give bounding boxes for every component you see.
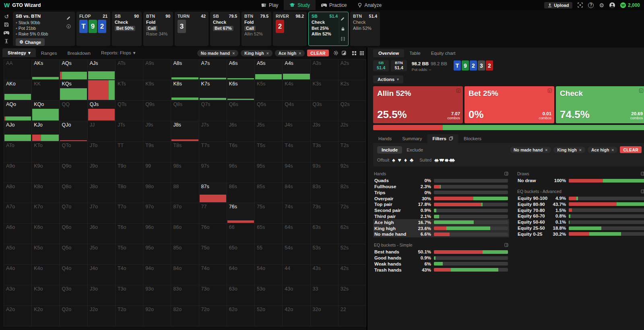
matrix-cell-J5o[interactable]: J5o [88,244,116,265]
matrix-cell-KTo[interactable]: KTo [32,142,60,162]
action-call[interactable]: Call [146,26,157,31]
suited-spade-icon[interactable]: ♠♠ [434,157,437,163]
matrix-cell-K5o[interactable]: K5o [32,244,60,265]
matrix-cell-KTs[interactable]: KTs [116,80,143,101]
matrix-cell-J8o[interactable]: J8o [88,183,116,203]
stat-row-overpair[interactable]: Overpair30% [373,195,509,201]
matrix-cell-83o[interactable]: 83o [171,285,199,306]
matrix-cell-64s[interactable]: 64s [283,224,310,244]
matrix-cell-K6s[interactable]: K6s [227,80,255,101]
action-bet-25[interactable]: Bet 25% [312,26,329,31]
matrix-cell-QTs[interactable]: QTs [116,101,143,121]
matrix-cell-ATs[interactable]: ATs [116,60,143,80]
action-panel-btn[interactable]: BTN51.4CheckAllin 52% [350,12,380,46]
suited-diamond-icon[interactable]: ♦♦ [445,157,447,163]
matrix-cell-74o[interactable]: 74o [199,265,227,285]
matrix-cell-AKs[interactable]: AKs [32,60,60,80]
matrix-cell-AJo[interactable]: AJo [4,121,32,142]
matrix-cell-43o[interactable]: 43o [283,285,310,306]
action-bet-50[interactable]: Bet 50% [115,26,135,31]
strategy-tab-reports-flops[interactable]: Reports: Flops▾ [96,48,141,57]
matrix-cell-75s[interactable]: 75s [255,203,283,224]
matrix-cell-J4o[interactable]: J4o [88,265,116,285]
matrix-cell-TT[interactable]: TT [116,142,143,162]
stat-row-no-made-hand[interactable]: No made hand6.6% [373,231,509,237]
matrix-cell-Q8s[interactable]: Q8s [171,101,199,121]
matrix-cell-98s[interactable]: 98s [171,162,199,183]
matrix-cell-98o[interactable]: 98o [143,183,171,203]
matrix-cell-62s[interactable]: 62s [339,224,366,244]
change-settings-button[interactable]: ⚙ Change [16,38,45,46]
matrix-cell-65o[interactable]: 65o [227,244,255,265]
tab-summary[interactable]: Summary [397,134,427,143]
offsuit-diamond-icon[interactable]: ♦ [404,157,407,163]
section-toggle-icon[interactable] [504,243,508,247]
matrix-cell-AA[interactable]: AA [4,60,32,80]
matrix-cell-J8s[interactable]: J8s [171,121,199,142]
matrix-cell-K9s[interactable]: K9s [143,80,171,101]
matrix-cell-T5o[interactable]: T5o [116,244,143,265]
matrix-cell-55[interactable]: 55 [255,244,283,265]
matrix-cell-54o[interactable]: 54o [255,265,283,285]
matrix-cell-K8o[interactable]: K8o [32,183,60,203]
stat-row-trash-hands[interactable]: Trash hands43% [373,267,509,273]
filter-chip-no-made-hand[interactable]: No made hand× [510,147,551,153]
matrix-cell-A6o[interactable]: A6o [4,224,32,244]
scan-icon[interactable] [578,2,583,8]
action-allin-52[interactable]: Allin 52% [312,31,331,37]
matrix-cell-JJ[interactable]: JJ [88,121,116,142]
stat-row-equity-90-100[interactable]: Equity 90-1004.9% [516,195,644,201]
matrix-cell-Q5s[interactable]: Q5s [255,101,283,121]
info-icon[interactable] [66,24,71,29]
matrix-cell-J3s[interactable]: J3s [311,121,339,142]
section-toggle-icon[interactable] [641,172,644,176]
matrix-cell-62o[interactable]: 62o [227,306,255,326]
matrix-cell-86s[interactable]: 86s [227,183,255,203]
stat-row-trips[interactable]: Trips0% [373,189,509,195]
matrix-cell-A3s[interactable]: A3s [311,60,339,80]
matrix-cell-QJo[interactable]: QJo [60,121,87,142]
matrix-cell-54s[interactable]: 54s [283,244,310,265]
matrix-cell-Q3o[interactable]: Q3o [60,285,87,306]
compare-icon[interactable] [341,37,345,41]
matrix-cell-A7o[interactable]: A7o [4,203,32,224]
stat-row-king-high[interactable]: King high23.6% [373,225,509,231]
action-panel-btn[interactable]: BTN90FoldCallRaise 34% [143,12,173,46]
matrix-cell-92o[interactable]: 92o [143,306,171,326]
matrix-cell-K6o[interactable]: K6o [32,224,60,244]
matrix-cell-Q7s[interactable]: Q7s [199,101,227,121]
matrix-cell-J2o[interactable]: J2o [88,306,116,326]
expand-icon[interactable] [547,88,552,93]
matrix-cell-T3o[interactable]: T3o [116,285,143,306]
filter-chip-ace-high[interactable]: Ace high× [588,147,617,153]
matrix-cell-85o[interactable]: 85o [171,244,199,265]
matrix-cell-J5s[interactable]: J5s [255,121,283,142]
matrix-cell-42o[interactable]: 42o [283,306,310,326]
matrix-cell-95o[interactable]: 95o [143,244,171,265]
stat-row-fullhouse[interactable]: Fullhouse2.3% [373,184,509,190]
small-grid-icon[interactable] [352,51,356,55]
filter-chip-no-made-hand[interactable]: No made hand× [197,50,238,56]
matrix-cell-K3o[interactable]: K3o [32,285,60,306]
stat-row-good-hands[interactable]: Good hands0.9% [373,255,509,261]
action-check[interactable]: Check [312,20,325,25]
nav-tab-practice[interactable]: Practice [316,0,352,10]
matrix-cell-KK[interactable]: KK [32,80,60,101]
action-panel-btn[interactable]: BTN79.5FoldCallAllin 52% [242,12,271,46]
matrix-cell-A9o[interactable]: A9o [4,162,32,183]
action-box-allin-52[interactable]: Allin 52%25.5%7.07combos [373,86,463,123]
matrix-cell-J9s[interactable]: J9s [143,121,171,142]
matrix-cell-75o[interactable]: 75o [199,244,227,265]
nav-tab-analyze[interactable]: Analyze [352,0,387,10]
offsuit-spade-icon[interactable]: ♠ [392,157,395,163]
matrix-cell-J6o[interactable]: J6o [88,224,116,244]
action-bet-67[interactable]: Bet 67% [213,26,233,31]
matrix-cell-32s[interactable]: 32s [339,285,366,306]
matrix-cell-72o[interactable]: 72o [199,306,227,326]
matrix-cell-T6s[interactable]: T6s [227,142,255,162]
matrix-cell-Q3s[interactable]: Q3s [311,101,339,121]
section-toggle-icon[interactable] [504,172,508,176]
matrix-cell-99[interactable]: 99 [143,162,171,183]
matrix-cell-KQs[interactable]: KQs [60,80,87,101]
matrix-cell-65s[interactable]: 65s [255,224,283,244]
